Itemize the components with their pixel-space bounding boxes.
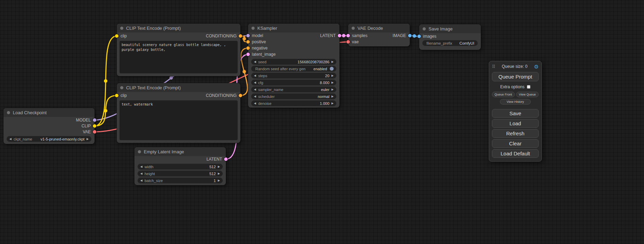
node-clip-text-encode-positive[interactable]: CLIP Text Encode (Prompt) clip CONDITION… <box>117 24 240 76</box>
steps-widget[interactable]: steps 20 <box>252 73 336 78</box>
clear-button[interactable]: Clear <box>492 139 539 148</box>
images-input-slot[interactable] <box>417 35 421 38</box>
image-output-slot[interactable] <box>408 34 412 37</box>
latent-output-slot[interactable] <box>224 157 228 161</box>
decrement-arrow-icon[interactable] <box>254 88 256 91</box>
samples-input-slot[interactable] <box>346 34 350 37</box>
decrement-arrow-icon[interactable] <box>254 61 256 63</box>
node-save-image[interactable]: Save Image images filename_prefix ComfyU… <box>419 24 481 50</box>
collapse-dot-icon[interactable] <box>252 27 255 30</box>
node-canvas[interactable]: Load Checkpoint MODEL CLIP VAE ckpt_name… <box>0 0 644 244</box>
decrement-arrow-icon[interactable] <box>254 95 256 98</box>
link-midpoint-dot <box>242 70 246 73</box>
queue-front-button[interactable]: Queue Front <box>492 92 515 97</box>
decrement-arrow-icon[interactable] <box>254 81 256 84</box>
model-input-slot[interactable] <box>246 34 250 37</box>
vae-output-slot[interactable] <box>93 130 96 134</box>
scheduler-widget[interactable]: scheduler normal <box>252 94 336 99</box>
extra-options-label: Extra options <box>500 84 524 89</box>
width-widget[interactable]: width 512 <box>138 164 222 169</box>
node-title-bar[interactable]: Load Checkpoint <box>3 108 95 117</box>
collapse-dot-icon[interactable] <box>423 27 426 30</box>
decrement-arrow-icon[interactable] <box>140 172 142 175</box>
decrement-arrow-icon[interactable] <box>254 102 256 105</box>
conditioning-output-slot[interactable] <box>239 94 242 97</box>
widget-value: 512 <box>209 165 215 169</box>
latent-output-slot[interactable] <box>338 34 341 37</box>
increment-arrow-icon[interactable] <box>332 81 334 84</box>
extra-options-checkbox[interactable] <box>527 85 530 89</box>
decrement-arrow-icon[interactable] <box>140 179 142 182</box>
node-title-bar[interactable]: KSampler <box>248 24 339 33</box>
node-title: CLIP Text Encode (Prompt) <box>126 85 181 90</box>
slot-label: vae <box>352 39 359 44</box>
height-widget[interactable]: height 512 <box>138 171 222 176</box>
positive-prompt-textarea[interactable]: beautiful scenery nature glass bottle la… <box>120 41 238 73</box>
increment-arrow-icon[interactable] <box>332 61 334 63</box>
view-history-button[interactable]: View History <box>500 99 531 105</box>
decrement-arrow-icon[interactable] <box>140 165 142 168</box>
random-seed-toggle-widget[interactable]: Random seed after every gen enabled <box>252 66 336 71</box>
vae-input-slot[interactable] <box>346 40 350 44</box>
increment-arrow-icon[interactable] <box>332 95 334 98</box>
ckpt-name-widget[interactable]: ckpt_name v1-5-pruned-emaonly.ckpt <box>7 136 91 142</box>
cfg-widget[interactable]: cfg 8.000 <box>252 80 336 85</box>
node-title-bar[interactable]: CLIP Text Encode (Prompt) <box>117 83 240 92</box>
decrement-arrow-icon[interactable] <box>9 138 11 141</box>
load-button[interactable]: Load <box>492 119 539 128</box>
node-title-bar[interactable]: CLIP Text Encode (Prompt) <box>117 24 240 33</box>
clip-input-slot[interactable] <box>115 94 118 97</box>
seed-widget[interactable]: seed 156680208700286 <box>252 59 336 64</box>
model-output-slot[interactable] <box>93 118 96 122</box>
negative-prompt-textarea[interactable]: text, watermark <box>120 100 238 140</box>
node-title-bar[interactable]: VAE Decode <box>348 24 410 33</box>
load-default-button[interactable]: Load Default <box>492 149 539 158</box>
collapse-dot-icon[interactable] <box>120 27 123 30</box>
batch-size-widget[interactable]: batch_size 1 <box>138 178 222 183</box>
collapse-dot-icon[interactable] <box>352 27 355 30</box>
negative-input-slot[interactable] <box>246 46 250 50</box>
decrement-arrow-icon[interactable] <box>254 74 256 77</box>
widget-value: ComfyUI <box>459 41 474 45</box>
positive-input-slot[interactable] <box>246 40 250 44</box>
filename-prefix-widget[interactable]: filename_prefix ComfyUI <box>423 40 477 46</box>
widget-label: batch_size <box>144 179 163 183</box>
toggle-knob-icon[interactable] <box>330 67 334 71</box>
drag-handle[interactable]: ⠿ <box>492 64 495 69</box>
widget-label: filename_prefix <box>426 41 452 45</box>
node-clip-text-encode-negative[interactable]: CLIP Text Encode (Prompt) clip CONDITION… <box>117 83 240 143</box>
denoise-widget[interactable]: denoise 1.000 <box>252 101 336 106</box>
view-queue-button[interactable]: View Queue <box>516 92 539 97</box>
increment-arrow-icon[interactable] <box>87 138 89 141</box>
link-midpoint-dot <box>342 34 345 37</box>
node-title-bar[interactable]: Save Image <box>419 24 481 33</box>
increment-arrow-icon[interactable] <box>218 165 220 168</box>
clip-output-slot[interactable] <box>93 124 96 128</box>
save-button[interactable]: Save <box>492 109 539 118</box>
increment-arrow-icon[interactable] <box>332 102 334 105</box>
queue-prompt-button[interactable]: Queue Prompt <box>492 72 539 81</box>
node-empty-latent-image[interactable]: Empty Latent Image LATENT width 512 heig… <box>134 147 226 185</box>
collapse-dot-icon[interactable] <box>138 150 141 153</box>
increment-arrow-icon[interactable] <box>332 74 334 77</box>
refresh-button[interactable]: Refresh <box>492 129 539 138</box>
slot-label: MODEL <box>76 118 91 123</box>
sampler-name-widget[interactable]: sampler_name euler <box>252 87 336 92</box>
widget-label: height <box>144 172 155 176</box>
settings-gear-icon[interactable]: ⚙ <box>534 64 539 69</box>
collapse-dot-icon[interactable] <box>120 86 123 89</box>
node-title-bar[interactable]: Empty Latent Image <box>134 147 226 156</box>
latent-image-input-slot[interactable] <box>246 53 250 56</box>
increment-arrow-icon[interactable] <box>218 179 220 182</box>
clip-input-slot[interactable] <box>115 34 118 38</box>
conditioning-output-slot[interactable] <box>239 34 242 38</box>
increment-arrow-icon[interactable] <box>218 172 220 175</box>
node-ksampler[interactable]: KSampler model LATENT positive negative … <box>248 24 339 108</box>
node-load-checkpoint[interactable]: Load Checkpoint MODEL CLIP VAE ckpt_name… <box>3 108 95 144</box>
increment-arrow-icon[interactable] <box>332 88 334 91</box>
widget-value: enabled <box>314 67 327 71</box>
widget-label: ckpt_name <box>14 137 32 141</box>
node-vae-decode[interactable]: VAE Decode samples IMAGE vae <box>348 24 410 46</box>
node-title: VAE Decode <box>358 26 383 31</box>
collapse-dot-icon[interactable] <box>7 111 10 114</box>
